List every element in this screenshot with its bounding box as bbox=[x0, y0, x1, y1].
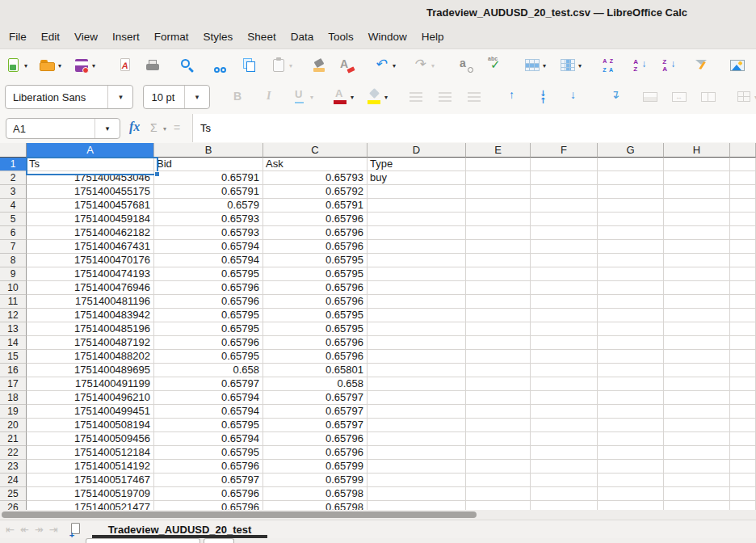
cell-F5[interactable] bbox=[531, 213, 598, 226]
cell-G20[interactable] bbox=[598, 419, 664, 432]
cell-A10[interactable]: 1751400476946 bbox=[27, 281, 154, 295]
cell-G9[interactable] bbox=[598, 267, 664, 281]
cell-E16[interactable] bbox=[466, 364, 531, 377]
cell-B20[interactable]: 0.65795 bbox=[154, 419, 263, 432]
cell-D22[interactable] bbox=[368, 446, 466, 460]
row-header-5[interactable]: 5 bbox=[0, 213, 27, 226]
chevron-down-icon[interactable]: ▾ bbox=[351, 94, 354, 101]
cell-C26[interactable]: 0.65798 bbox=[263, 501, 368, 510]
cell-D18[interactable] bbox=[368, 391, 466, 405]
cell-A14[interactable]: 1751400487192 bbox=[27, 336, 154, 350]
sheet-tab[interactable]: Tradeview_AUDUSD_20_test bbox=[99, 520, 262, 539]
cell-B25[interactable]: 0.65796 bbox=[154, 487, 263, 501]
cell-E22[interactable] bbox=[466, 446, 531, 460]
cell-H3[interactable] bbox=[664, 185, 730, 199]
cell-H11[interactable] bbox=[664, 295, 730, 309]
row-header-2[interactable]: 2 bbox=[0, 171, 27, 185]
cell-H25[interactable] bbox=[664, 487, 730, 501]
cell-F21[interactable] bbox=[531, 432, 598, 446]
cell-C16[interactable]: 0.65801 bbox=[263, 364, 368, 377]
chevron-down-icon[interactable]: ▾ bbox=[107, 86, 132, 108]
cell-E3[interactable] bbox=[466, 185, 531, 199]
cell-E2[interactable] bbox=[466, 171, 531, 185]
cell-D12[interactable] bbox=[368, 309, 466, 322]
cell-D25[interactable] bbox=[368, 487, 466, 501]
cell-I19[interactable] bbox=[730, 405, 756, 419]
cell-G7[interactable] bbox=[598, 240, 664, 254]
cell-F8[interactable] bbox=[531, 254, 598, 267]
cell-G1[interactable] bbox=[598, 158, 664, 171]
cell-C12[interactable]: 0.65795 bbox=[263, 309, 368, 322]
cell-B2[interactable]: 0.65791 bbox=[154, 171, 263, 185]
cell-I17[interactable] bbox=[730, 377, 756, 391]
cell-F18[interactable] bbox=[531, 391, 598, 405]
font-size-value[interactable]: 10 pt bbox=[144, 91, 183, 103]
menu-data[interactable]: Data bbox=[284, 27, 321, 46]
row-header-6[interactable]: 6 bbox=[0, 226, 27, 240]
menu-insert[interactable]: Insert bbox=[105, 27, 147, 46]
cell-B22[interactable]: 0.65795 bbox=[154, 446, 263, 460]
row-header-10[interactable]: 10 bbox=[0, 281, 27, 295]
sort-ascending-button[interactable] bbox=[628, 53, 649, 78]
column-header-G[interactable]: G bbox=[598, 143, 664, 158]
cell-D3[interactable] bbox=[368, 185, 466, 199]
row-header-4[interactable]: 4 bbox=[0, 199, 27, 213]
export-pdf-button[interactable] bbox=[115, 53, 136, 78]
print-button[interactable] bbox=[142, 53, 163, 78]
cell-D20[interactable] bbox=[368, 419, 466, 432]
cell-C21[interactable]: 0.65796 bbox=[263, 432, 368, 446]
cell-E23[interactable] bbox=[466, 460, 531, 474]
cell-G5[interactable] bbox=[598, 213, 664, 226]
cell-D2[interactable]: buy bbox=[368, 171, 466, 185]
chevron-down-icon[interactable]: ▾ bbox=[384, 94, 388, 101]
cell-I16[interactable] bbox=[730, 364, 756, 377]
cell-C4[interactable]: 0.65791 bbox=[263, 199, 368, 213]
menu-edit[interactable]: Edit bbox=[34, 27, 67, 46]
cell-H12[interactable] bbox=[664, 309, 730, 322]
clear-formatting-button[interactable] bbox=[336, 53, 357, 78]
sort-descending-button[interactable] bbox=[657, 53, 678, 78]
cell-H10[interactable] bbox=[664, 281, 730, 295]
cell-A25[interactable]: 1751400519709 bbox=[27, 487, 154, 501]
cell-C10[interactable]: 0.65796 bbox=[263, 281, 368, 295]
cell-I1[interactable] bbox=[730, 158, 756, 171]
cell-E20[interactable] bbox=[466, 419, 531, 432]
cell-D26[interactable] bbox=[368, 501, 466, 510]
row-header-23[interactable]: 23 bbox=[0, 460, 27, 474]
row-header-21[interactable]: 21 bbox=[0, 432, 27, 446]
cell-D5[interactable] bbox=[368, 213, 466, 226]
chevron-down-icon[interactable]: ▾ bbox=[184, 86, 209, 108]
row-header-8[interactable]: 8 bbox=[0, 254, 27, 267]
cell-H6[interactable] bbox=[664, 226, 730, 240]
cell-B16[interactable]: 0.658 bbox=[154, 364, 263, 377]
cell-D23[interactable] bbox=[368, 460, 466, 474]
cell-D9[interactable] bbox=[368, 267, 466, 281]
cell-D10[interactable] bbox=[368, 281, 466, 295]
function-wizard-icon[interactable]: fx bbox=[129, 120, 140, 134]
cell-C15[interactable]: 0.65796 bbox=[263, 350, 368, 364]
cell-B7[interactable]: 0.65794 bbox=[154, 240, 263, 254]
cell-D8[interactable] bbox=[368, 254, 466, 267]
cell-F16[interactable] bbox=[531, 364, 598, 377]
row-header-26[interactable]: 26 bbox=[0, 501, 27, 510]
cell-E14[interactable] bbox=[466, 336, 531, 350]
cell-E21[interactable] bbox=[466, 432, 531, 446]
cell-H5[interactable] bbox=[664, 213, 730, 226]
wrap-text-button[interactable] bbox=[604, 85, 625, 109]
horizontal-scrollbar[interactable] bbox=[0, 510, 756, 520]
row-header-15[interactable]: 15 bbox=[0, 350, 27, 364]
menu-tools[interactable]: Tools bbox=[321, 27, 361, 46]
cell-G4[interactable] bbox=[598, 199, 664, 213]
chevron-down-icon[interactable]: ▾ bbox=[393, 62, 396, 69]
cell-H20[interactable] bbox=[664, 419, 730, 432]
cell-E1[interactable] bbox=[466, 158, 531, 171]
cell-I4[interactable] bbox=[730, 199, 756, 213]
cell-H15[interactable] bbox=[664, 350, 730, 364]
row-header-25[interactable]: 25 bbox=[0, 487, 27, 501]
open-button[interactable]: ▾ bbox=[37, 53, 63, 78]
cell-C11[interactable]: 0.65796 bbox=[263, 295, 368, 309]
cell-D16[interactable] bbox=[368, 364, 466, 377]
cell-G21[interactable] bbox=[598, 432, 664, 446]
cell-I9[interactable] bbox=[730, 267, 756, 281]
column-header-D[interactable]: D bbox=[368, 143, 466, 158]
